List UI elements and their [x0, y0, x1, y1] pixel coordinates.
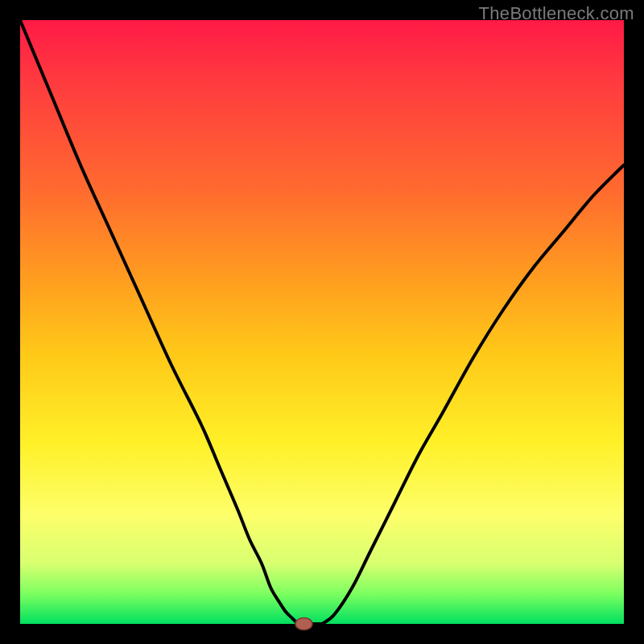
watermark-text: TheBottleneck.com	[479, 3, 634, 24]
chart-frame: TheBottleneck.com	[0, 0, 644, 644]
minimum-marker	[295, 618, 312, 630]
curve-svg	[20, 20, 624, 624]
plot-area	[20, 20, 624, 624]
bottleneck-curve	[20, 20, 624, 624]
